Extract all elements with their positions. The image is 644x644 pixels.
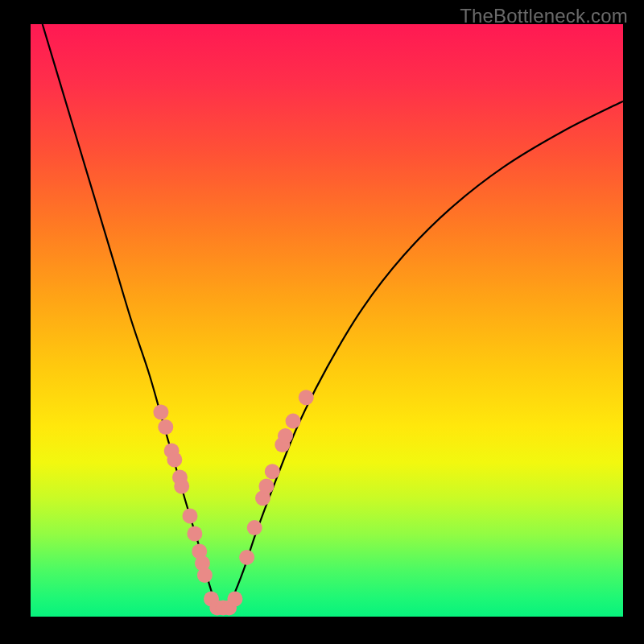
data-marker (153, 405, 168, 420)
data-marker (182, 508, 197, 523)
data-marker (239, 550, 254, 565)
data-marker (258, 479, 274, 494)
chart-frame: TheBottleneck.com (0, 0, 644, 644)
data-marker (265, 464, 280, 479)
data-marker (197, 568, 213, 583)
data-marker (167, 452, 182, 467)
data-marker (187, 526, 202, 541)
data-marker (278, 428, 293, 444)
data-marker (174, 479, 189, 494)
data-marker (227, 591, 242, 606)
watermark-text: TheBottleneck.com (460, 5, 628, 27)
data-marker (286, 414, 301, 429)
marker-group (153, 390, 313, 615)
data-marker (247, 520, 262, 535)
bottleneck-curve (43, 24, 623, 609)
data-marker (158, 419, 173, 435)
chart-svg (31, 24, 623, 617)
plot-area (31, 24, 623, 617)
data-marker (299, 390, 314, 405)
